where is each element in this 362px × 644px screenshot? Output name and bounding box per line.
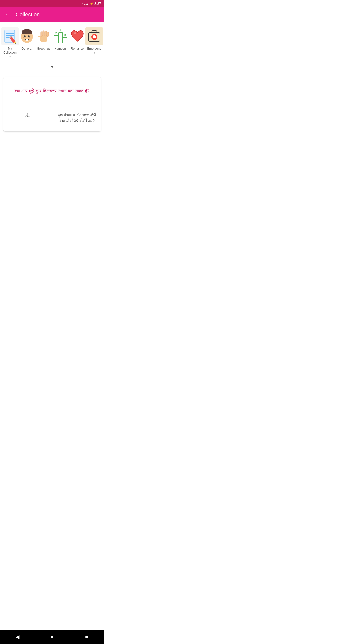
status-time: 8:37 [94, 2, 101, 6]
main-content: क्या आप मुझे कुछ दिलचस्प स्थान बता सकते … [0, 73, 104, 136]
app-bar-title: Collection [16, 11, 40, 18]
svg-rect-18 [43, 31, 44, 36]
svg-rect-20 [47, 32, 49, 37]
back-button[interactable]: ← [4, 10, 12, 19]
svg-rect-10 [22, 32, 32, 34]
svg-rect-17 [41, 32, 42, 37]
category-emergency[interactable]: Emergency [86, 26, 102, 60]
romance-label: Romance [71, 47, 84, 51]
svg-text:1: 1 [60, 28, 61, 32]
category-greetings[interactable]: Greetings [36, 26, 52, 60]
svg-rect-21 [38, 36, 41, 37]
battery-icon: ⚡ [90, 2, 93, 5]
svg-rect-19 [45, 31, 47, 36]
phrase-answer-right[interactable]: คุณช่วยแนะนำสถานที่ที่น่าสนใจให้ฉันได้ไห… [52, 105, 101, 131]
numbers-label: Numbers [54, 47, 67, 51]
svg-rect-26 [54, 36, 58, 43]
category-romance[interactable]: Romance [69, 26, 85, 60]
status-icons: 4G▲ ⚡ 8:37 [82, 2, 101, 6]
svg-rect-33 [92, 31, 97, 33]
emergency-icon [85, 27, 103, 45]
greetings-icon [35, 27, 53, 45]
emergency-label: Emergency [87, 47, 101, 55]
my-collections-icon [1, 27, 19, 45]
svg-point-11 [24, 35, 26, 37]
general-icon [18, 27, 36, 45]
svg-point-13 [23, 37, 24, 38]
category-my-collections[interactable]: My Collections [2, 26, 18, 60]
category-numbers[interactable]: 2 1 3 Numbers [53, 26, 68, 60]
greetings-label: Greetings [37, 47, 50, 51]
network-icon: 4G▲ [82, 2, 89, 5]
phrase-card: क्या आप मुझे कुछ दिलचस्प स्थान बता सकते … [3, 77, 101, 132]
expand-categories-button[interactable]: ▾ [0, 62, 104, 73]
romance-icon [68, 27, 86, 45]
phrase-answers: เรือ คุณช่วยแนะนำสถานที่ที่น่าสนใจให้ฉัน… [3, 105, 101, 131]
svg-text:3: 3 [64, 33, 66, 37]
app-bar: ← Collection [0, 7, 104, 22]
categories-row: My Collections General [0, 22, 104, 62]
svg-point-12 [28, 35, 30, 37]
chevron-down-icon: ▾ [51, 64, 53, 70]
svg-rect-28 [59, 33, 63, 43]
svg-rect-37 [93, 36, 96, 38]
svg-rect-15 [26, 39, 28, 41]
general-label: General [21, 47, 32, 51]
svg-rect-30 [63, 38, 67, 43]
svg-text:2: 2 [55, 31, 57, 35]
phrase-answer-left[interactable]: เรือ [3, 105, 52, 131]
svg-point-14 [29, 37, 30, 38]
numbers-icon: 2 1 3 [52, 27, 70, 45]
phrase-question: क्या आप मुझे कुछ दिलचस्प स्थान बता सकते … [3, 77, 101, 105]
status-bar: 4G▲ ⚡ 8:37 [0, 0, 104, 7]
my-collections-label: My Collections [3, 47, 17, 59]
category-general[interactable]: General [19, 26, 35, 60]
